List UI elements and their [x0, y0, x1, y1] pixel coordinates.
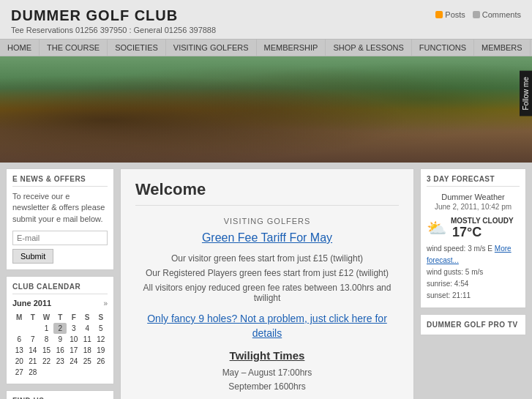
header-links: Posts Comments: [435, 10, 521, 19]
calendar-day: [12, 323, 26, 334]
cal-day-header: S: [80, 312, 94, 323]
visitor-line-3: All visitors enjoy reduced green fee rat…: [135, 283, 399, 303]
cal-day-header: S: [94, 312, 108, 323]
right-sidebar: 3 DAY FORECAST Dummer Weather June 2, 20…: [420, 168, 526, 399]
calendar-day[interactable]: 14: [26, 345, 40, 356]
calendar-day[interactable]: 5: [94, 323, 108, 334]
cal-day-header: T: [53, 312, 67, 323]
calendar-week-row: 12345: [12, 323, 108, 334]
calendar-day: [80, 367, 94, 378]
calendar-day[interactable]: 4: [80, 323, 94, 334]
calendar-day[interactable]: 22: [40, 356, 53, 367]
calendar-body: 1234567891011121314151617181920212223242…: [12, 323, 108, 378]
calendar-day[interactable]: 8: [40, 334, 53, 345]
calendar-day[interactable]: 20: [12, 356, 26, 367]
visiting-label: VISITING GOLFERS: [135, 217, 399, 225]
welcome-title: Welcome: [135, 180, 399, 206]
sunset: sunset: 21:11: [427, 291, 471, 299]
submit-button[interactable]: Submit: [12, 249, 53, 264]
calendar-day[interactable]: 24: [67, 356, 80, 367]
calendar-day[interactable]: 6: [12, 334, 26, 345]
calendar-day[interactable]: 9: [53, 334, 67, 345]
calendar-day[interactable]: 17: [67, 345, 80, 356]
calendar-day[interactable]: 25: [80, 356, 94, 367]
find-us-box: FIND US: [6, 390, 114, 399]
follow-me-button[interactable]: Follow me: [520, 71, 532, 116]
calendar-week-row: 20212223242526: [12, 356, 108, 367]
visitor-line-1: Our visitor green fees start from just £…: [135, 253, 399, 264]
calendar-next[interactable]: »: [103, 299, 108, 307]
calendar-day: [53, 367, 67, 378]
nav-item-the-course[interactable]: THE COURSE: [40, 40, 108, 56]
calendar-day[interactable]: 7: [26, 334, 40, 345]
calendar-day: [94, 367, 108, 378]
calendar-box: CLUB CALENDAR June 2011 » MTWTFSS 123456…: [6, 276, 114, 384]
visitor-line-2: Our Registered Players green fees start …: [135, 268, 399, 278]
calendar-week-row: 2728: [12, 367, 108, 378]
cal-day-header: F: [67, 312, 80, 323]
calendar-day[interactable]: 15: [40, 345, 53, 356]
twilight-title: Twilight Times: [135, 349, 399, 362]
wind-gusts: wind gusts: 5 m/s: [427, 268, 483, 276]
weather-date: June 2, 2011, 10:42 pm: [427, 203, 520, 211]
nav-item-functions[interactable]: FUNCTIONS: [412, 40, 474, 56]
calendar-day[interactable]: 16: [53, 345, 67, 356]
calendar-day[interactable]: 19: [94, 345, 108, 356]
twilight-line-1: May – August 17:00hrs: [135, 368, 399, 378]
calendar-day: [40, 367, 53, 378]
calendar-day[interactable]: 12: [94, 334, 108, 345]
email-input[interactable]: [12, 231, 108, 245]
calendar-day[interactable]: 26: [94, 356, 108, 367]
weather-location: Dummer Weather: [427, 193, 520, 201]
pro-tv-title: DUMMER GOLF PRO TV: [427, 321, 520, 329]
nav-item-membership[interactable]: MEMBERSHIP: [257, 40, 326, 56]
calendar-day[interactable]: 27: [12, 367, 26, 378]
site-header: DUMMER GOLF CLUB Tee Reservations 01256 …: [0, 0, 532, 39]
cal-day-header: T: [26, 312, 40, 323]
calendar-day[interactable]: 10: [67, 334, 80, 345]
newsletter-title: E NEWS & OFFERS: [12, 175, 108, 187]
hero-overlay: [0, 56, 532, 163]
fancy-9-link[interactable]: Only fancy 9 holes? Not a problem, just …: [135, 312, 399, 340]
sunrise: sunrise: 4:54: [427, 280, 468, 288]
calendar-day[interactable]: 2: [53, 323, 67, 334]
nav-item-members[interactable]: MEMBERS: [474, 40, 531, 56]
green-fee-link[interactable]: Green Fee Tariff For May: [135, 231, 399, 245]
nav-item-home[interactable]: HOME: [0, 40, 40, 56]
calendar-day[interactable]: 28: [26, 367, 40, 378]
forecast-title: 3 DAY FORECAST: [427, 175, 520, 187]
pro-tv-box: DUMMER GOLF PRO TV: [420, 314, 526, 335]
calendar-week-row: 6789101112: [12, 334, 108, 345]
calendar-title: CLUB CALENDAR: [12, 283, 108, 294]
wind-speed: wind speed: 3 m/s E: [427, 245, 492, 253]
calendar-week-row: 13141516171819: [12, 345, 108, 356]
calendar-day[interactable]: 18: [80, 345, 94, 356]
weather-condition: ⛅ MOSTLY CLOUDY 17°C: [427, 217, 520, 240]
main-nav: HOMETHE COURSESOCIETIESVISITING GOLFERSM…: [0, 39, 532, 56]
nav-item-societies[interactable]: SOCIETIES: [108, 40, 166, 56]
weather-temp: 17°C: [452, 225, 514, 240]
newsletter-box: E NEWS & OFFERS To receive our e newslet…: [6, 168, 114, 270]
calendar-day[interactable]: 3: [67, 323, 80, 334]
weather-details: wind speed: 3 m/s E More forecast... win…: [427, 243, 520, 302]
site-title: DUMMER GOLF CLUB: [11, 7, 216, 24]
calendar-day[interactable]: 13: [12, 345, 26, 356]
twilight-line-2: September 1600hrs: [135, 381, 399, 392]
calendar-day[interactable]: 21: [26, 356, 40, 367]
calendar-day[interactable]: 23: [53, 356, 67, 367]
nav-item-shop-&-lessons[interactable]: SHOP & LESSONS: [326, 40, 411, 56]
calendar-day[interactable]: 11: [80, 334, 94, 345]
calendar-days-header: MTWTFSS: [12, 312, 108, 323]
site-subtitle: Tee Reservations 01256 397950 : General …: [11, 26, 216, 34]
comments-link[interactable]: Comments: [473, 10, 521, 19]
newsletter-text: To receive our e newsletter & offers ple…: [12, 191, 108, 225]
posts-link[interactable]: Posts: [435, 10, 465, 19]
main-content: Welcome VISITING GOLFERS Green Fee Tarif…: [120, 168, 414, 399]
calendar-day[interactable]: 1: [40, 323, 53, 334]
nav-item-visiting-golfers[interactable]: VISITING GOLFERS: [166, 40, 257, 56]
rss-icon-posts: [435, 11, 443, 18]
cal-day-header: W: [40, 312, 53, 323]
cloud-icon: ⛅: [427, 219, 446, 238]
main-layout: E NEWS & OFFERS To receive our e newslet…: [0, 163, 532, 399]
calendar-grid: MTWTFSS 12345678910111213141516171819202…: [12, 312, 108, 378]
